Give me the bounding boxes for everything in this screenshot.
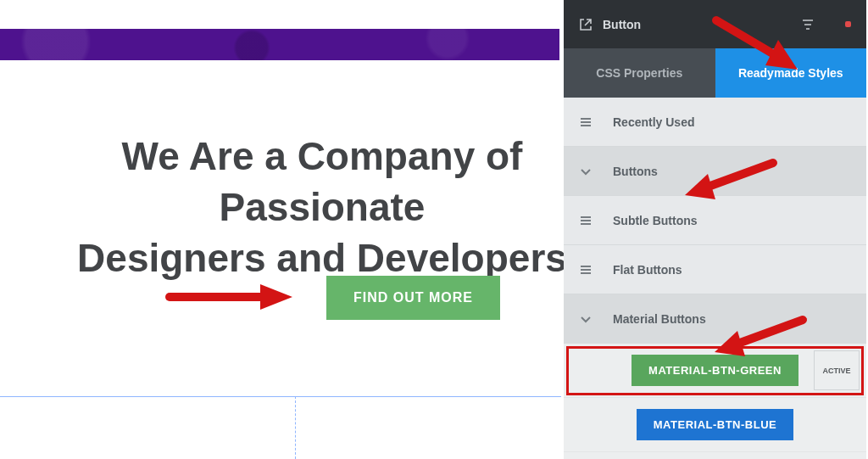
filter-icon[interactable] bbox=[801, 18, 815, 31]
find-out-more-button[interactable]: FIND OUT MORE bbox=[326, 276, 500, 320]
panel-title: Button bbox=[603, 18, 801, 31]
style-row-material-green[interactable]: MATERIAL-BTN-GREEN ACTIVE bbox=[564, 344, 866, 398]
page-canvas: We Are a Company of Passionate Designers… bbox=[0, 0, 564, 459]
menu-icon bbox=[579, 115, 593, 129]
style-row-material-blue[interactable]: MATERIAL-BTN-BLUE bbox=[564, 398, 866, 452]
category-recently-used[interactable]: Recently Used bbox=[564, 98, 866, 147]
active-badge: ACTIVE bbox=[814, 350, 860, 390]
category-subtle-buttons[interactable]: Subtle Buttons bbox=[564, 196, 866, 245]
panel-tabs: CSS Properties Readymade Styles bbox=[564, 48, 866, 98]
tab-readymade-styles[interactable]: Readymade Styles bbox=[715, 48, 867, 98]
tab-label: CSS Properties bbox=[596, 66, 682, 80]
page-headline: We Are a Company of Passionate Designers… bbox=[0, 132, 610, 283]
indicator-dot bbox=[845, 21, 851, 27]
category-label: Recently Used bbox=[613, 115, 694, 129]
selection-guide-vertical bbox=[295, 396, 296, 459]
category-label: Buttons bbox=[613, 165, 658, 178]
category-label: Subtle Buttons bbox=[613, 214, 698, 227]
chevron-down-icon bbox=[579, 165, 593, 178]
tab-label: Readymade Styles bbox=[738, 66, 843, 80]
chevron-down-icon bbox=[579, 312, 593, 326]
category-material-buttons[interactable]: Material Buttons bbox=[564, 294, 866, 344]
style-swatch-blue[interactable]: MATERIAL-BTN-BLUE bbox=[637, 409, 793, 440]
category-label: Flat Buttons bbox=[613, 263, 682, 277]
selection-guide-horizontal bbox=[0, 396, 561, 397]
hero-band bbox=[0, 29, 559, 60]
menu-icon bbox=[579, 263, 593, 277]
tab-css-properties[interactable]: CSS Properties bbox=[564, 48, 715, 98]
popout-icon[interactable] bbox=[579, 18, 593, 31]
menu-icon bbox=[579, 214, 593, 227]
category-buttons[interactable]: Buttons bbox=[564, 147, 866, 196]
inspector-panel: Button CSS Properties Readymade Styles R… bbox=[564, 0, 866, 459]
panel-header: Button bbox=[564, 0, 866, 48]
category-flat-buttons[interactable]: Flat Buttons bbox=[564, 245, 866, 294]
style-swatch-green[interactable]: MATERIAL-BTN-GREEN bbox=[632, 355, 798, 386]
category-label: Material Buttons bbox=[613, 312, 706, 326]
